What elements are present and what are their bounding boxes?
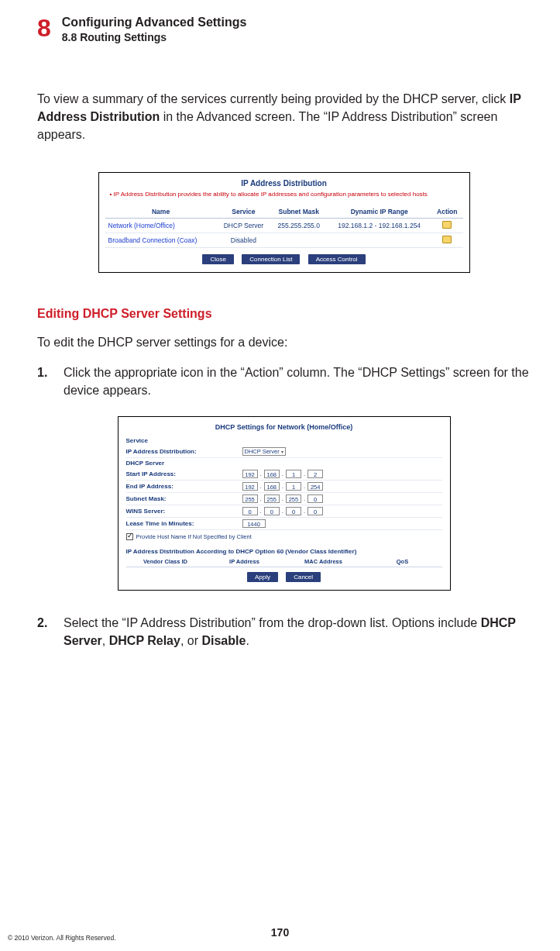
fig1-col-service: Service <box>217 205 271 219</box>
end-ip-label: End IP Address: <box>126 483 242 490</box>
fig1-r0-action[interactable] <box>431 218 462 233</box>
subnet-oct2[interactable]: 255 <box>264 494 280 503</box>
close-button[interactable]: Close <box>202 254 233 264</box>
figure-dhcp-settings: DHCP Settings for Network (Home/Office) … <box>118 416 451 591</box>
step-2: 2. Select the “IP Address Distribution” … <box>37 614 531 650</box>
table-row: Network (Home/Office) DHCP Server 255.25… <box>105 218 463 233</box>
table-row: Broadband Connection (Coax) Disabled <box>105 233 463 247</box>
step-2-post: . <box>246 634 249 647</box>
end-ip-oct1[interactable]: 192 <box>242 482 258 491</box>
step-2-b2: DHCP Relay <box>109 634 180 647</box>
start-ip-oct3[interactable]: 1 <box>286 470 301 478</box>
step-2-number: 2. <box>37 614 53 650</box>
opt60-col-mac: MAC Address <box>284 558 363 565</box>
fig1-r1-name[interactable]: Broadband Connection (Coax) <box>105 233 217 247</box>
fig1-col-subnet: Subnet Mask <box>270 205 327 219</box>
intro-paragraph: To view a summary of the services curren… <box>37 90 531 144</box>
step-1: 1. Click the appropriate icon in the “Ac… <box>37 364 531 399</box>
wins-oct2[interactable]: 0 <box>264 507 280 515</box>
step-1-number: 1. <box>37 364 53 399</box>
checkbox-icon[interactable] <box>126 533 133 540</box>
apply-button[interactable]: Apply <box>247 572 278 582</box>
opt60-columns: Vendor Class ID IP Address MAC Address Q… <box>126 556 442 567</box>
fig2-title: DHCP Settings for Network (Home/Office) <box>126 423 442 431</box>
start-ip-label: Start IP Address: <box>126 470 242 477</box>
cancel-button[interactable]: Cancel <box>286 572 321 582</box>
ip-distribution-select[interactable]: DHCP Server <box>242 447 286 456</box>
end-ip-oct3[interactable]: 1 <box>286 482 301 491</box>
subnet-oct1[interactable]: 255 <box>242 494 258 503</box>
fig1-r1-range <box>327 233 431 247</box>
hostname-checkbox-row[interactable]: Provide Host Name If Not Specified by Cl… <box>126 530 442 543</box>
fig2-ipdist-label: IP Address Distribution: <box>126 448 242 455</box>
subnet-oct3[interactable]: 255 <box>286 494 301 503</box>
access-control-button[interactable]: Access Control <box>308 254 366 264</box>
chapter-title: Configuring Advanced Settings <box>62 16 247 29</box>
opt60-col-ip: IP Address <box>205 558 284 565</box>
fig1-col-range: Dynamic IP Range <box>327 205 431 219</box>
fig1-hint: IP Address Distribution provides the abi… <box>110 191 463 198</box>
step-2-sep1: , <box>102 634 109 647</box>
opt60-col-qos: QoS <box>363 558 442 565</box>
wins-oct4[interactable]: 0 <box>307 507 323 515</box>
fig2-service-label: Service <box>126 437 242 444</box>
step-2-pre: Select the “IP Address Distribution” fro… <box>64 616 481 629</box>
end-ip-oct4[interactable]: 254 <box>307 482 323 491</box>
fig2-dhcpserver-label: DHCP Server <box>126 460 242 467</box>
opt60-col-vendor: Vendor Class ID <box>126 558 205 565</box>
fig1-col-action: Action <box>431 205 462 219</box>
section-number-title: 8.8 Routing Settings <box>62 31 247 43</box>
fig1-r0-name[interactable]: Network (Home/Office) <box>105 218 217 233</box>
step-2-b3: Disable <box>201 634 246 647</box>
fig1-r0-service: DHCP Server <box>217 218 271 233</box>
start-ip-oct1[interactable]: 192 <box>242 470 258 478</box>
wins-oct1[interactable]: 0 <box>242 507 258 515</box>
edit-icon[interactable] <box>442 236 452 243</box>
fig1-col-name: Name <box>105 205 217 219</box>
chapter-header: 8 Configuring Advanced Settings 8.8 Rout… <box>37 16 531 43</box>
fig1-r1-action[interactable] <box>431 233 462 247</box>
fig1-table: Name Service Subnet Mask Dynamic IP Rang… <box>105 205 463 248</box>
subnet-label: Subnet Mask: <box>126 495 242 502</box>
figure-ip-address-distribution: IP Address Distribution IP Address Distr… <box>98 172 470 273</box>
section-heading: Editing DHCP Server Settings <box>37 307 531 321</box>
hostname-checkbox-label: Provide Host Name If Not Specified by Cl… <box>136 533 252 540</box>
lease-input[interactable]: 1440 <box>242 519 266 528</box>
start-ip-oct4[interactable]: 2 <box>307 470 323 478</box>
start-ip-oct2[interactable]: 168 <box>264 470 280 478</box>
fig1-r0-mask: 255.255.255.0 <box>270 218 327 233</box>
fig1-r0-range: 192.168.1.2 - 192.168.1.254 <box>327 218 431 233</box>
lease-label: Lease Time in Minutes: <box>126 520 242 527</box>
intro-pre: To view a summary of the services curren… <box>37 92 510 105</box>
opt60-heading: IP Address Distribution According to DHC… <box>126 548 442 555</box>
step-1-text: Click the appropriate icon in the “Actio… <box>64 364 531 399</box>
connection-list-button[interactable]: Connection List <box>242 254 300 264</box>
fig1-r1-mask <box>270 233 327 247</box>
wins-label: WINS Server: <box>126 508 242 515</box>
end-ip-oct2[interactable]: 168 <box>264 482 280 491</box>
wins-oct3[interactable]: 0 <box>286 507 301 515</box>
section-intro: To edit the DHCP server settings for a d… <box>37 333 531 351</box>
fig1-title: IP Address Distribution <box>105 179 463 188</box>
subnet-oct4[interactable]: 0 <box>307 494 323 503</box>
page-footer: 170 © 2010 Verizon. All Rights Reserved. <box>0 926 560 939</box>
copyright: © 2010 Verizon. All Rights Reserved. <box>8 934 116 942</box>
step-2-sep2: , or <box>180 634 202 647</box>
chapter-number: 8 <box>37 16 51 40</box>
fig1-r1-service: Disabled <box>217 233 271 247</box>
edit-icon[interactable] <box>442 221 452 229</box>
